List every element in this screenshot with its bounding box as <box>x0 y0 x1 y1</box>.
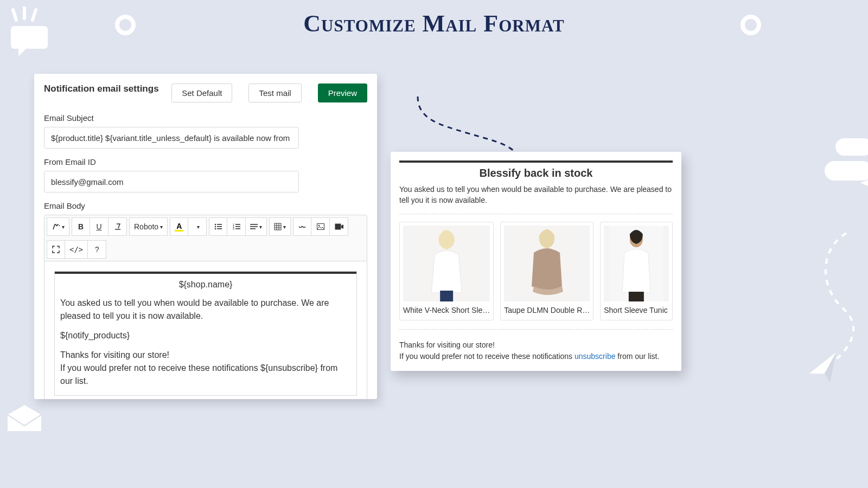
svg-point-4 <box>743 17 759 33</box>
svg-rect-39 <box>629 292 644 301</box>
svg-rect-34 <box>440 291 453 301</box>
settings-panel: Notification email settings Set Default … <box>34 74 377 399</box>
preview-title: Blessify back in stock <box>399 167 673 179</box>
svg-rect-31 <box>335 224 341 230</box>
fullscreen-button[interactable] <box>47 240 65 259</box>
svg-rect-6 <box>825 161 868 181</box>
product-card: White V-Neck Short Sle… <box>399 222 494 320</box>
preview-button[interactable]: Preview <box>318 84 367 102</box>
preview-panel: Blessify back in stock You asked us to t… <box>391 152 681 371</box>
preview-thanks: Thanks for visiting our store! <box>399 339 673 351</box>
svg-rect-20 <box>235 228 240 229</box>
settings-title: Notification email settings <box>44 84 166 94</box>
rich-text-editor: ▾ B U Roboto▾ A ▾ <box>44 215 367 399</box>
text-color-dropdown[interactable]: ▾ <box>188 217 207 236</box>
svg-rect-23 <box>250 228 256 229</box>
video-button[interactable] <box>330 217 348 236</box>
product-name: Short Sleeve Tunic <box>604 306 669 314</box>
style-dropdown[interactable]: ▾ <box>47 217 69 236</box>
underline-button[interactable]: U <box>90 217 108 236</box>
svg-rect-21 <box>250 224 258 225</box>
test-mail-button[interactable]: Test mail <box>248 84 301 102</box>
svg-point-8 <box>59 225 60 226</box>
svg-rect-29 <box>317 224 324 230</box>
chat-bubbles-icon <box>808 133 868 198</box>
email-subject-input[interactable] <box>44 127 299 149</box>
svg-rect-5 <box>835 138 868 156</box>
product-image <box>604 226 669 301</box>
template-unsubscribe: If you would prefer not to receive these… <box>60 362 351 388</box>
email-body-label: Email Body <box>44 201 367 210</box>
paragraph-dropdown[interactable]: ▾ <box>246 217 267 236</box>
help-button[interactable]: ? <box>88 240 106 259</box>
svg-point-11 <box>215 228 216 230</box>
svg-point-30 <box>318 225 320 227</box>
svg-rect-12 <box>217 224 222 225</box>
svg-rect-19 <box>235 226 240 227</box>
circle-icon <box>739 14 762 36</box>
product-name: Taupe DLMN Double R… <box>504 306 590 314</box>
editor-toolbar: ▾ B U Roboto▾ A ▾ <box>44 215 367 261</box>
product-image <box>504 226 590 301</box>
template-intro: You asked us to tell you when would be a… <box>60 297 351 323</box>
clear-format-button[interactable] <box>108 217 127 236</box>
bold-button[interactable]: B <box>72 217 90 236</box>
table-dropdown[interactable]: ▾ <box>269 217 291 236</box>
image-button[interactable] <box>311 217 330 236</box>
svg-rect-22 <box>250 226 258 227</box>
svg-point-10 <box>215 226 216 228</box>
envelope-icon <box>5 404 43 436</box>
font-family-label: Roboto <box>134 222 158 231</box>
svg-point-7 <box>58 224 59 225</box>
ordered-list-button[interactable]: 123 <box>227 217 246 236</box>
preview-intro: You asked us to tell you when would be a… <box>399 184 673 206</box>
svg-rect-13 <box>217 226 222 227</box>
product-name: White V-Neck Short Sle… <box>403 306 490 314</box>
set-default-button[interactable]: Set Default <box>171 84 232 102</box>
preview-products: White V-Neck Short Sle… Taupe DLMN Doubl… <box>399 222 673 320</box>
circle-icon <box>114 14 137 36</box>
unordered-list-button[interactable] <box>209 217 227 236</box>
template-thanks: Thanks for visiting our store! <box>60 349 351 362</box>
svg-line-0 <box>13 10 16 20</box>
product-card: Taupe DLMN Double R… <box>500 222 593 320</box>
svg-text:3: 3 <box>233 227 234 230</box>
preview-unsubscribe-line: If you would prefer not to receive these… <box>399 351 673 362</box>
text-color-button[interactable]: A <box>170 217 188 236</box>
chat-bubble-icon <box>10 22 50 60</box>
font-family-dropdown[interactable]: Roboto▾ <box>129 217 168 236</box>
svg-point-9 <box>215 224 216 226</box>
paper-plane-icon <box>716 228 857 390</box>
editor-body[interactable]: ${shop.name} You asked us to tell you wh… <box>44 261 367 399</box>
email-subject-label: Email Subject <box>44 113 367 123</box>
svg-rect-18 <box>235 224 240 225</box>
svg-rect-14 <box>217 228 222 229</box>
from-email-input[interactable] <box>44 171 299 192</box>
product-card: Short Sleeve Tunic <box>600 222 673 320</box>
unsubscribe-link[interactable]: unsubscribe <box>575 352 616 361</box>
template-notify-products: ${notify_products} <box>60 329 351 342</box>
template-shop-name: ${shop.name} <box>55 274 356 293</box>
svg-point-3 <box>117 17 133 33</box>
product-image <box>403 226 490 301</box>
code-view-button[interactable]: </> <box>65 240 88 259</box>
svg-rect-24 <box>275 223 281 230</box>
from-email-label: From Email ID <box>44 157 367 166</box>
svg-line-2 <box>33 10 36 20</box>
link-button[interactable] <box>293 217 311 236</box>
deco-rays-icon <box>11 7 38 23</box>
